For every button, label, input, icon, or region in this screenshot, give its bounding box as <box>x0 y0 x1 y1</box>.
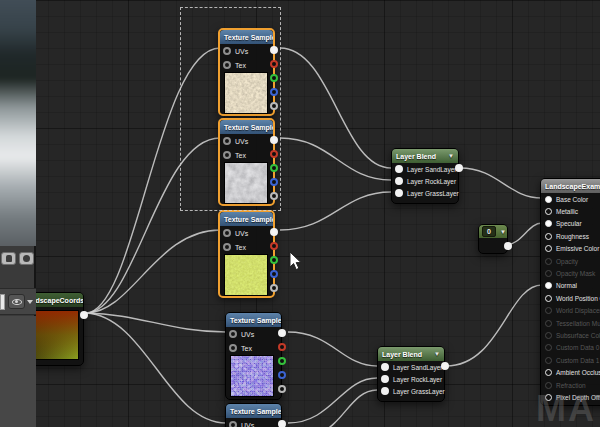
material-input-row: Normal <box>541 280 600 292</box>
opacity-mask-pin <box>545 270 552 277</box>
material-graph-editor: Texture Sample ▲ UVs Tex Texture Sample … <box>0 0 600 427</box>
node-title: LandscapeExample_ <box>545 183 600 190</box>
tex-label: Tex <box>241 345 252 352</box>
eye-icon <box>12 299 22 305</box>
node-header[interactable]: Layer Blend ▼ <box>392 149 458 163</box>
tex-input-pin[interactable] <box>229 344 237 352</box>
node-header[interactable]: Layer Blend ▼ <box>378 347 444 361</box>
texture-sample-node-grass[interactable]: Texture Sample ▲ UVs Tex <box>218 210 275 298</box>
tessellation-multiplier-pin <box>545 320 552 327</box>
rock-layer-pin[interactable] <box>381 375 389 383</box>
metallic-pin[interactable] <box>545 208 552 215</box>
tex-input-pin[interactable] <box>223 243 231 251</box>
rgb-output-pin[interactable] <box>270 228 278 236</box>
node-header[interactable]: LandscapeExample_ <box>541 179 600 193</box>
cylinder-icon <box>6 255 12 262</box>
node-header[interactable]: Texture Sample ▲ <box>220 212 273 226</box>
constant-value: 0 <box>482 226 496 237</box>
node-header[interactable]: 0 ▼ <box>479 225 507 238</box>
a-output-pin[interactable] <box>270 284 278 292</box>
grass-layer-pin[interactable] <box>381 387 389 395</box>
layer-blend-node-bottom[interactable]: Layer Blend ▼ Layer SandLayer Layer Rock… <box>377 346 445 402</box>
custom-data-0-pin <box>545 344 552 351</box>
uvs-input-pin[interactable] <box>229 330 237 338</box>
coords-output-pin[interactable] <box>80 311 88 319</box>
palette-toolbar <box>0 288 36 315</box>
preview-panel <box>0 0 36 427</box>
material-input-row: Roughness <box>541 230 600 242</box>
blend-output-pin[interactable] <box>441 362 449 370</box>
connection-wires <box>0 0 600 427</box>
node-header[interactable]: Texture Sample ▲ <box>226 404 281 418</box>
grass-layer-pin[interactable] <box>395 189 403 197</box>
node-title: Texture Sample <box>230 317 281 324</box>
material-input-row: Subsurface Color <box>541 329 600 341</box>
r-output-pin[interactable] <box>270 242 278 250</box>
rgb-output-pin[interactable] <box>278 420 286 427</box>
sphere-icon <box>23 255 30 262</box>
a-output-pin[interactable] <box>278 385 286 393</box>
visibility-button[interactable] <box>8 294 25 309</box>
node-title: Layer Blend <box>396 153 436 160</box>
rock-layer-label: Layer RockLayer <box>407 178 456 185</box>
rgb-output-pin[interactable] <box>278 329 286 337</box>
node-title: Texture Sample <box>230 408 281 415</box>
b-output-pin[interactable] <box>278 371 286 379</box>
material-input-row: Custom Data 1 <box>541 354 600 366</box>
grass-layer-label: Layer GrassLayer <box>407 190 459 197</box>
chevron-down-icon[interactable] <box>27 300 33 304</box>
roughness-pin[interactable] <box>545 233 552 240</box>
uvs-input-pin[interactable] <box>223 229 231 237</box>
sand-layer-pin[interactable] <box>381 363 389 371</box>
tex-label: Tex <box>235 244 246 251</box>
material-input-row: World Displacement <box>541 305 600 317</box>
sand-layer-pin[interactable] <box>395 165 403 173</box>
blend-output-pin[interactable] <box>455 164 463 172</box>
texture-sample-node-bottom[interactable]: Texture Sample ▲ UVs <box>225 403 282 427</box>
material-input-row: Emissive Color <box>541 243 600 255</box>
search-input[interactable] <box>0 294 5 310</box>
g-output-pin[interactable] <box>270 256 278 264</box>
constant-output-pin[interactable] <box>504 242 512 250</box>
world-displacement-pin <box>545 307 552 314</box>
texture-sample-node-normal[interactable]: Texture Sample ▲ UVs Tex <box>225 312 282 400</box>
b-output-pin[interactable] <box>270 270 278 278</box>
material-input-row: Opacity <box>541 255 600 267</box>
material-input-row: Ambient Occlusion <box>541 366 600 378</box>
rock-layer-pin[interactable] <box>395 177 403 185</box>
preview-shape-sphere-button[interactable] <box>19 252 34 265</box>
material-input-row: World Position Offset <box>541 292 600 304</box>
g-output-pin[interactable] <box>278 357 286 365</box>
dropdown-icon[interactable]: ▼ <box>448 153 454 159</box>
world-position-offset-pin[interactable] <box>545 295 552 302</box>
custom-data-1-pin <box>545 357 552 364</box>
base-color-pin[interactable] <box>545 196 552 203</box>
layer-blend-node-top[interactable]: Layer Blend ▼ Layer SandLayer Layer Rock… <box>391 148 459 204</box>
node-header[interactable]: Texture Sample ▲ <box>226 313 281 327</box>
uvs-input-pin[interactable] <box>229 421 237 427</box>
marquee-selection <box>180 7 281 211</box>
uvs-label: UVs <box>241 331 254 338</box>
node-title: Layer Blend <box>382 351 422 358</box>
material-input-row: Specular <box>541 218 600 230</box>
normal-pin[interactable] <box>545 282 552 289</box>
ambient-occlusion-pin[interactable] <box>545 369 552 376</box>
texture-preview-grass <box>224 254 268 296</box>
mouse-cursor <box>289 251 303 271</box>
preview-shape-cylinder-button[interactable] <box>1 252 16 265</box>
dropdown-icon[interactable]: ▼ <box>434 351 440 357</box>
dropdown-icon[interactable]: ▼ <box>500 229 506 235</box>
grass-layer-label: Layer GrassLayer <box>393 388 445 395</box>
material-preview-viewport[interactable] <box>0 0 36 246</box>
constant-node[interactable]: 0 ▼ <box>478 224 508 254</box>
subsurface-color-pin <box>545 332 552 339</box>
opacity-pin <box>545 258 552 265</box>
emissive-color-pin[interactable] <box>545 245 552 252</box>
r-output-pin[interactable] <box>278 343 286 351</box>
material-input-row: Tessellation Multiplier <box>541 317 600 329</box>
uvs-label: UVs <box>235 230 248 237</box>
material-input-row: Opacity Mask <box>541 267 600 279</box>
sand-layer-label: Layer SandLayer <box>393 364 443 371</box>
material-result-node[interactable]: LandscapeExample_ Base Color Metallic Sp… <box>540 178 600 406</box>
specular-pin[interactable] <box>545 220 552 227</box>
